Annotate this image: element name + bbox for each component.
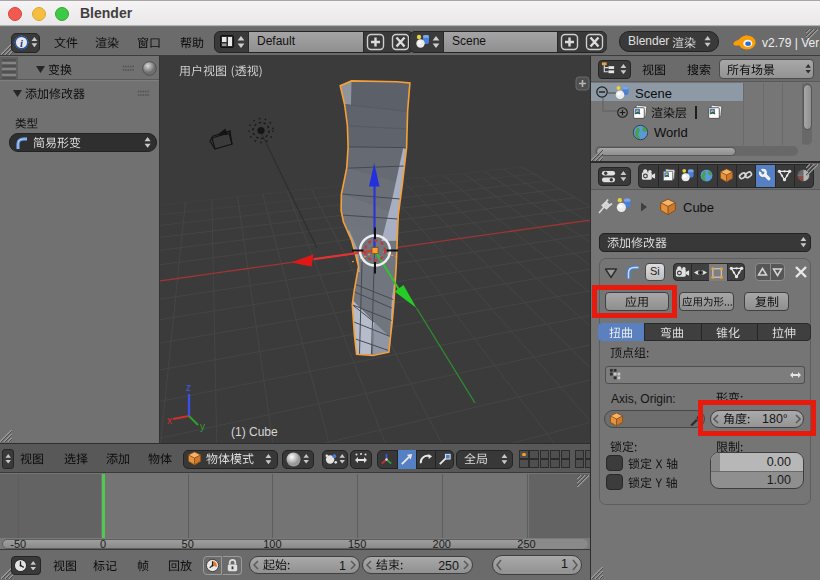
svg-text:z: z [186, 382, 191, 393]
svg-text:i: i [20, 38, 23, 49]
svg-text:x: x [167, 415, 172, 426]
svg-text:y: y [200, 421, 205, 432]
